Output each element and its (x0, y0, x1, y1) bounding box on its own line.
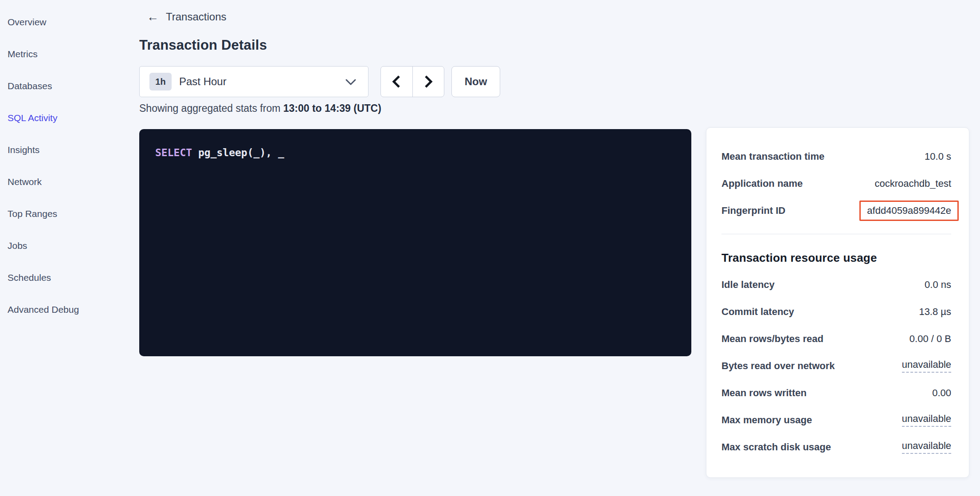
resource-rows: Idle latency0.0 nsCommit latency13.8 µsM… (721, 271, 951, 461)
time-picker-row: 1h Past Hour Now (0, 66, 980, 97)
breadcrumb-back-link[interactable]: ← Transactions (147, 11, 227, 23)
detail-row: Idle latency0.0 ns (721, 271, 951, 298)
detail-row-value[interactable]: unavailable (902, 413, 951, 427)
time-range-nav-group (380, 66, 444, 97)
chevron-right-icon (423, 75, 433, 89)
detail-row: Fingerprint IDafdd4059a899442e (721, 197, 951, 224)
query-body: pg_sleep(_), _ (192, 147, 284, 158)
detail-row-value: 0.00 / 0 B (909, 333, 951, 345)
transaction-details-panel: Mean transaction time10.0 sApplication n… (706, 127, 969, 478)
detail-row-label: Idle latency (721, 279, 775, 291)
detail-row-value: cockroachdb_test (875, 178, 951, 189)
detail-row: Max scratch disk usageunavailable (721, 433, 951, 461)
detail-row: Mean rows written0.00 (721, 379, 951, 406)
aggregated-stats-text: Showing aggregated stats from 13:00 to 1… (139, 102, 381, 114)
detail-row-label: Mean transaction time (721, 151, 824, 162)
now-button[interactable]: Now (451, 66, 500, 97)
sidebar-item-metrics[interactable]: Metrics (0, 38, 129, 70)
detail-row-label: Max scratch disk usage (721, 441, 831, 453)
sidebar-item-schedules[interactable]: Schedules (0, 262, 129, 294)
sidebar-item-top-ranges[interactable]: Top Ranges (0, 198, 129, 230)
time-range-dropdown[interactable]: 1h Past Hour (139, 66, 368, 97)
sidebar-item-insights[interactable]: Insights (0, 134, 129, 166)
panel-divider (721, 234, 951, 234)
detail-row-value: 13.8 µs (919, 306, 951, 318)
detail-row-label: Max memory usage (721, 414, 812, 426)
detail-row-value: 0.00 (932, 387, 951, 399)
detail-row-value[interactable]: unavailable (902, 440, 951, 454)
detail-row-value-highlighted: afdd4059a899442e (859, 201, 959, 221)
transaction-query-box: SELECT pg_sleep(_), _ (139, 129, 691, 356)
resource-usage-section-title: Transaction resource usage (721, 251, 951, 265)
chevron-left-icon (392, 75, 401, 89)
detail-row-label: Commit latency (721, 306, 794, 318)
sidebar-item-jobs[interactable]: Jobs (0, 230, 129, 262)
detail-row-label: Fingerprint ID (721, 205, 785, 217)
next-range-button[interactable] (412, 67, 444, 97)
detail-row-label: Mean rows written (721, 387, 807, 399)
back-arrow-icon: ← (147, 11, 159, 23)
detail-row-value[interactable]: unavailable (902, 359, 951, 373)
detail-row: Max memory usageunavailable (721, 406, 951, 433)
detail-row-value: 10.0 s (925, 151, 951, 162)
sidebar-item-network[interactable]: Network (0, 166, 129, 198)
chevron-down-icon (345, 79, 357, 86)
previous-range-button[interactable] (381, 67, 412, 97)
stats-range: 13:00 to 14:39 (UTC) (283, 102, 381, 114)
query-statement: SELECT pg_sleep(_), _ (155, 147, 675, 158)
time-range-selected-value: Past Hour (179, 75, 227, 88)
detail-row-label: Application name (721, 178, 803, 189)
sidebar-item-overview[interactable]: Overview (0, 6, 129, 38)
sidebar-item-sql-activity[interactable]: SQL Activity (0, 102, 129, 134)
detail-row: Mean transaction time10.0 s (721, 143, 951, 170)
detail-row: Commit latency13.8 µs (721, 298, 951, 325)
detail-row-label: Bytes read over network (721, 360, 835, 372)
breadcrumb-label: Transactions (166, 11, 227, 23)
detail-row-value: 0.0 ns (925, 279, 951, 291)
detail-row-label: Mean rows/bytes read (721, 333, 823, 345)
summary-rows: Mean transaction time10.0 sApplication n… (721, 143, 951, 224)
query-keyword: SELECT (155, 147, 192, 158)
stats-prefix: Showing aggregated stats from (139, 102, 283, 114)
detail-row: Application namecockroachdb_test (721, 170, 951, 197)
sidebar-item-advanced-debug[interactable]: Advanced Debug (0, 294, 129, 326)
page-title: Transaction Details (139, 37, 267, 53)
time-range-badge: 1h (149, 73, 172, 91)
detail-row: Bytes read over networkunavailable (721, 352, 951, 379)
detail-row: Mean rows/bytes read0.00 / 0 B (721, 325, 951, 352)
